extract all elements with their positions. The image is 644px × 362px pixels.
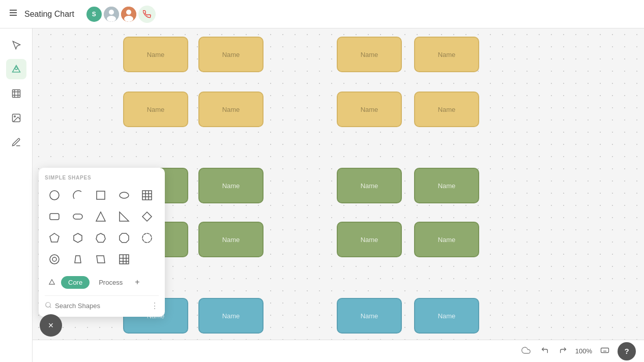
svg-point-7 <box>126 10 131 15</box>
seat-card-blue-3[interactable]: Name <box>337 298 402 334</box>
frame-tool-button[interactable] <box>6 83 26 104</box>
svg-point-5 <box>107 16 116 22</box>
svg-point-8 <box>124 16 133 22</box>
seat-card-tan-5[interactable]: Name <box>123 92 188 127</box>
cloud-save-button[interactable] <box>519 344 533 359</box>
shape-rounded-rect[interactable] <box>45 207 64 226</box>
seat-card-green-7[interactable]: Name <box>337 222 402 257</box>
seat-card-blue-2[interactable]: Name <box>198 298 264 334</box>
svg-point-16 <box>14 116 15 117</box>
avatar-s: S <box>86 7 102 22</box>
svg-point-9 <box>15 67 17 70</box>
search-shapes-input[interactable] <box>55 302 148 310</box>
draw-tool-button[interactable] <box>6 132 26 153</box>
seat-card-blue-4[interactable]: Name <box>414 298 479 334</box>
search-icon <box>45 301 52 310</box>
shape-nonagon[interactable] <box>137 228 157 248</box>
seat-card-green-8[interactable]: Name <box>414 222 479 257</box>
select-tool-button[interactable] <box>6 35 26 55</box>
avatar-user3 <box>121 7 136 22</box>
document-title: Seating Chart <box>24 10 74 19</box>
shape-donut[interactable] <box>45 250 64 269</box>
add-tab-button[interactable]: + <box>132 276 142 289</box>
seat-card-tan-4[interactable]: Name <box>414 37 479 72</box>
shape-heptagon[interactable] <box>91 228 110 248</box>
shapes-section-title: SIMPLE SHAPES <box>45 175 159 180</box>
svg-marker-38 <box>97 256 105 263</box>
undo-button[interactable] <box>539 344 551 358</box>
shapes-grid <box>45 186 159 269</box>
svg-rect-25 <box>50 214 59 220</box>
help-button[interactable]: ? <box>618 342 636 360</box>
shape-grid[interactable] <box>114 250 134 269</box>
shape-right-triangle[interactable] <box>114 207 134 226</box>
svg-point-35 <box>50 255 59 264</box>
shape-pentagon[interactable] <box>45 228 64 248</box>
svg-point-17 <box>50 191 59 200</box>
svg-marker-30 <box>50 233 59 242</box>
shape-circle[interactable] <box>45 186 64 205</box>
shapes-panel: SIMPLE SHAPES <box>39 168 165 317</box>
svg-point-4 <box>109 10 114 15</box>
shape-octagon[interactable] <box>114 228 134 248</box>
shape-triangle[interactable] <box>91 207 110 226</box>
shape-stadium[interactable] <box>68 207 87 226</box>
svg-marker-33 <box>120 233 129 243</box>
panel-tabs: Core Process + <box>45 275 159 289</box>
tab-process[interactable]: Process <box>92 276 130 289</box>
svg-point-44 <box>46 303 50 307</box>
shape-ellipse[interactable] <box>114 186 134 205</box>
shape-table[interactable] <box>137 186 157 205</box>
menu-button[interactable] <box>8 8 18 20</box>
svg-marker-27 <box>96 212 105 221</box>
zoom-level-label: 100% <box>575 347 592 355</box>
svg-point-36 <box>52 257 56 261</box>
shape-arc[interactable] <box>68 186 87 205</box>
shape-hexagon[interactable] <box>68 228 87 248</box>
svg-rect-10 <box>12 90 20 98</box>
seat-card-green-2[interactable]: Name <box>198 168 264 203</box>
avatar-user2 <box>104 7 119 22</box>
tab-core[interactable]: Core <box>61 276 90 289</box>
image-tool-button[interactable] <box>6 108 26 128</box>
svg-marker-31 <box>74 233 82 243</box>
seat-card-green-6[interactable]: Name <box>198 222 264 257</box>
svg-rect-39 <box>120 255 129 264</box>
shapes-tool-button[interactable] <box>6 59 26 79</box>
redo-button[interactable] <box>557 344 569 358</box>
svg-marker-32 <box>96 233 105 243</box>
seat-card-tan-6[interactable]: Name <box>198 92 264 127</box>
seat-card-tan-8[interactable]: Name <box>414 92 479 127</box>
keyboard-button[interactable] <box>598 344 611 359</box>
svg-marker-28 <box>120 212 129 221</box>
collaborators: S <box>86 6 156 23</box>
seat-card-green-3[interactable]: Name <box>337 168 402 203</box>
svg-marker-29 <box>142 212 152 221</box>
bottom-bar: 100% ? <box>33 340 644 362</box>
shape-diamond[interactable] <box>137 207 157 226</box>
svg-rect-26 <box>73 214 82 219</box>
seat-card-tan-7[interactable]: Name <box>337 92 402 127</box>
left-sidebar <box>0 28 33 362</box>
shapes-tab-icon[interactable] <box>45 275 59 289</box>
header: Seating Chart S <box>0 0 644 28</box>
svg-rect-46 <box>601 348 609 352</box>
call-button[interactable] <box>138 6 156 23</box>
svg-marker-37 <box>75 256 81 263</box>
svg-point-34 <box>142 233 152 243</box>
svg-line-45 <box>50 307 51 308</box>
shape-parallelogram[interactable] <box>91 250 110 269</box>
seat-card-tan-3[interactable]: Name <box>337 37 402 72</box>
svg-rect-20 <box>142 191 152 200</box>
shape-square[interactable] <box>91 186 110 205</box>
seat-card-tan-2[interactable]: Name <box>198 37 264 72</box>
seat-card-tan-1[interactable]: Name <box>123 37 188 72</box>
search-bar: ⋮ <box>45 295 159 311</box>
svg-point-19 <box>120 192 129 198</box>
seat-card-green-4[interactable]: Name <box>414 168 479 203</box>
svg-rect-18 <box>97 191 105 199</box>
close-panel-button[interactable]: × <box>40 314 62 337</box>
more-options-button[interactable]: ⋮ <box>151 301 159 311</box>
shape-trapezoid[interactable] <box>68 250 87 269</box>
